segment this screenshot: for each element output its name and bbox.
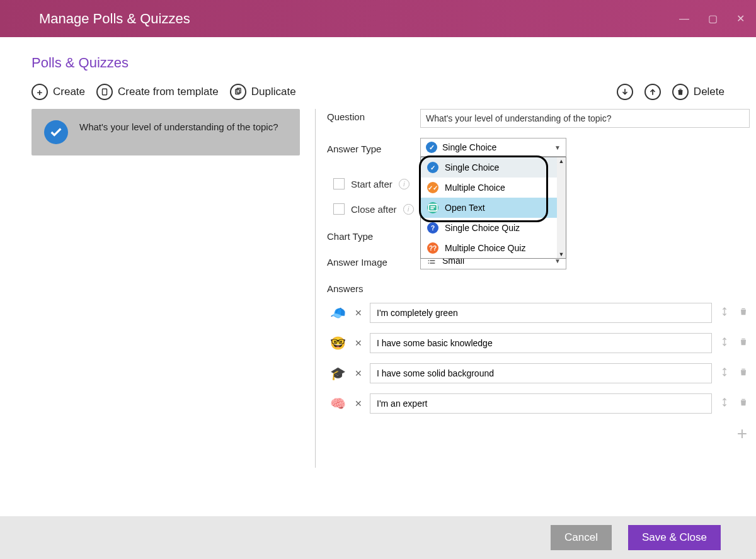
cancel-button[interactable]: Cancel — [551, 525, 612, 550]
delete-answer-icon[interactable] — [737, 397, 750, 410]
answer-emoji[interactable]: 🧠 — [327, 396, 348, 411]
minimize-icon[interactable]: — — [679, 13, 689, 25]
delete-answer-icon[interactable] — [737, 366, 750, 380]
window-title: Manage Polls & Quizzes — [39, 11, 190, 27]
plus-icon: + — [32, 84, 48, 100]
check-icon — [44, 120, 68, 144]
arrow-up-icon — [644, 84, 661, 100]
answer-row: 🎓 ✕ — [327, 363, 750, 383]
create-button[interactable]: + Create — [32, 84, 85, 100]
answer-type-select[interactable]: ✓ Single Choice ▼ — [420, 138, 566, 157]
maximize-icon[interactable]: ▢ — [708, 13, 718, 25]
option-label: Single Choice Quiz — [445, 223, 520, 233]
footer: Cancel Save & Close — [0, 516, 756, 559]
single-quiz-icon: ? — [427, 222, 438, 234]
answer-type-label: Answer Type — [327, 141, 420, 154]
poll-list: What's your level of understanding of th… — [32, 109, 309, 468]
close-after-checkbox[interactable] — [333, 203, 345, 215]
poll-form: Question Answer Type ✓ Single Choice ▼ ▲… — [322, 109, 750, 468]
duplicate-icon — [230, 84, 246, 100]
poll-question-text: What's your level of understanding of th… — [79, 120, 278, 134]
multiple-choice-icon: ✓✓ — [427, 182, 438, 193]
remove-emoji-icon[interactable]: ✕ — [355, 308, 364, 318]
chart-type-label: Chart Type — [327, 229, 420, 242]
remove-emoji-icon[interactable]: ✕ — [355, 338, 364, 348]
titlebar: Manage Polls & Quizzes — ▢ ✕ — [0, 0, 756, 37]
answer-input[interactable] — [370, 393, 712, 414]
dropdown-option-single-quiz[interactable]: ? Single Choice Quiz — [421, 218, 557, 238]
question-input[interactable] — [420, 109, 750, 128]
remove-emoji-icon[interactable]: ✕ — [355, 398, 364, 409]
create-from-template-button[interactable]: Create from template — [96, 84, 219, 100]
duplicate-label: Duplicate — [251, 86, 296, 98]
question-row: Question — [327, 109, 750, 128]
dropdown-scrollbar[interactable]: ▲ ▼ — [557, 157, 566, 258]
page-title: Polls & Quizzes — [32, 55, 724, 71]
delete-answer-icon[interactable] — [737, 336, 750, 350]
scroll-up-icon[interactable]: ▲ — [559, 157, 564, 165]
poll-list-item[interactable]: What's your level of understanding of th… — [32, 109, 300, 155]
create-template-label: Create from template — [118, 86, 219, 98]
answer-row: 🧠 ✕ — [327, 393, 750, 414]
answer-row: 🧢 ✕ — [327, 303, 750, 323]
drag-handle-icon[interactable] — [718, 366, 731, 380]
delete-answer-icon[interactable] — [737, 306, 750, 320]
answer-type-value: Single Choice — [442, 142, 496, 152]
single-choice-icon: ✓ — [426, 142, 437, 153]
drag-handle-icon[interactable] — [718, 336, 731, 350]
info-icon[interactable]: i — [399, 179, 410, 189]
divider — [315, 109, 316, 468]
option-label: Single Choice — [445, 162, 499, 172]
start-after-checkbox[interactable] — [333, 178, 345, 189]
single-choice-icon: ✓ — [427, 162, 438, 173]
svg-rect-3 — [428, 205, 437, 212]
start-after-label: Start after — [351, 179, 392, 189]
answers-label: Answers — [327, 283, 750, 294]
open-text-icon — [427, 202, 438, 213]
arrow-down-icon — [617, 84, 633, 100]
answer-image-label: Answer Image — [327, 254, 420, 268]
dropdown-option-single-choice[interactable]: ✓ Single Choice — [421, 157, 557, 178]
answer-type-row: Answer Type ✓ Single Choice ▼ ▲ ▼ — [327, 138, 750, 157]
question-label: Question — [327, 109, 420, 122]
delete-button[interactable]: Delete — [672, 84, 724, 100]
answer-emoji[interactable]: 🎓 — [327, 366, 348, 381]
answer-input[interactable] — [370, 363, 712, 383]
duplicate-button[interactable]: Duplicate — [230, 84, 296, 100]
chevron-down-icon: ▼ — [554, 144, 561, 151]
window-controls: — ▢ ✕ — [679, 13, 745, 25]
drag-handle-icon[interactable] — [718, 306, 731, 320]
trash-icon — [672, 84, 689, 100]
svg-rect-0 — [103, 89, 107, 94]
save-close-button[interactable]: Save & Close — [628, 525, 721, 550]
answer-type-dropdown: ▲ ▼ ✓ Single Choice ✓✓ Multiple Choice — [420, 157, 566, 259]
toolbar: + Create Create from template Duplicate … — [0, 76, 756, 109]
dropdown-option-multiple-choice[interactable]: ✓✓ Multiple Choice — [421, 178, 557, 198]
answer-row: 🤓 ✕ — [327, 333, 750, 353]
option-label: Multiple Choice — [445, 183, 505, 193]
remove-emoji-icon[interactable]: ✕ — [355, 368, 364, 378]
answer-emoji[interactable]: 🤓 — [327, 336, 348, 351]
drag-handle-icon[interactable] — [718, 397, 731, 410]
answer-emoji[interactable]: 🧢 — [327, 305, 348, 320]
content: What's your level of understanding of th… — [0, 109, 756, 468]
option-label: Open Text — [445, 203, 485, 213]
multiple-quiz-icon: ?? — [427, 242, 438, 254]
create-label: Create — [53, 86, 85, 98]
answer-input[interactable] — [370, 333, 712, 353]
info-icon[interactable]: i — [403, 204, 414, 215]
add-answer-button[interactable]: + — [327, 424, 750, 444]
answer-input[interactable] — [370, 303, 712, 323]
move-up-button[interactable] — [644, 84, 661, 100]
close-icon[interactable]: ✕ — [736, 13, 745, 25]
page-header: Polls & Quizzes — [0, 37, 756, 76]
option-label: Multiple Choice Quiz — [445, 243, 525, 253]
move-down-button[interactable] — [617, 84, 633, 100]
delete-label: Delete — [694, 86, 724, 98]
template-icon — [96, 84, 113, 100]
close-after-label: Close after — [351, 204, 397, 215]
scroll-down-icon[interactable]: ▼ — [559, 251, 564, 258]
dropdown-option-open-text[interactable]: Open Text — [421, 198, 557, 218]
dropdown-option-multiple-quiz[interactable]: ?? Multiple Choice Quiz — [421, 238, 557, 258]
